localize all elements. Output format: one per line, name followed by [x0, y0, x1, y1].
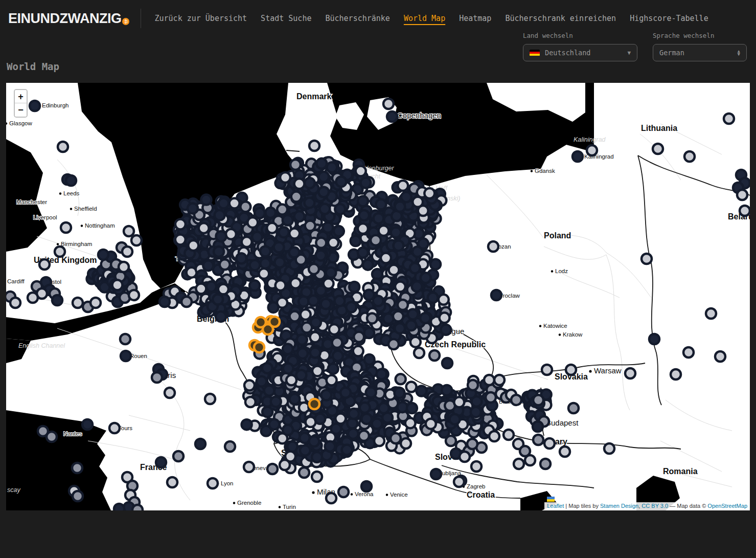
map-marker[interactable]	[214, 247, 224, 257]
map-marker[interactable]	[359, 431, 369, 441]
map-marker[interactable]	[374, 213, 384, 224]
map-marker[interactable]	[360, 403, 370, 413]
map-marker[interactable]	[277, 205, 287, 215]
map-marker[interactable]	[72, 463, 82, 473]
map-marker[interactable]	[395, 202, 405, 212]
map-marker[interactable]	[328, 238, 338, 248]
map-marker[interactable]	[740, 206, 750, 216]
map-marker[interactable]	[353, 346, 363, 356]
nav-item-einreichen[interactable]: Bücherschrank einreichen	[505, 14, 616, 23]
map-marker[interactable]	[216, 311, 226, 322]
map-marker[interactable]	[301, 309, 311, 320]
map-marker[interactable]	[305, 221, 315, 231]
zoom-in-button[interactable]: +	[15, 90, 27, 103]
map-marker[interactable]	[262, 407, 272, 417]
map-marker[interactable]	[418, 238, 428, 249]
map-marker[interactable]	[351, 236, 361, 246]
map-marker[interactable]	[297, 334, 307, 345]
map-marker[interactable]	[484, 375, 494, 385]
map-marker[interactable]	[291, 192, 302, 202]
map-marker[interactable]	[268, 302, 279, 313]
map-marker[interactable]	[420, 313, 430, 323]
map-marker[interactable]	[460, 452, 470, 462]
map-marker[interactable]	[109, 423, 120, 433]
orange-map-marker[interactable]	[269, 317, 280, 327]
map-marker[interactable]	[367, 313, 377, 323]
map-marker[interactable]	[349, 282, 359, 292]
map-marker[interactable]	[683, 347, 694, 358]
map-marker[interactable]	[587, 145, 597, 155]
language-select[interactable]: German ▲▼	[653, 44, 747, 61]
map-marker[interactable]	[312, 366, 323, 376]
map-marker[interactable]	[488, 241, 498, 252]
map-marker[interactable]	[329, 324, 339, 334]
logo[interactable]: EINUNDZWANZIG ₿	[8, 11, 129, 27]
map-marker[interactable]	[349, 409, 359, 419]
map-marker[interactable]	[208, 478, 218, 488]
map-marker[interactable]	[533, 435, 543, 445]
map-marker[interactable]	[395, 282, 405, 292]
map-marker[interactable]	[120, 334, 130, 344]
map-marker[interactable]	[260, 258, 270, 269]
map-marker[interactable]	[131, 235, 142, 245]
map-marker[interactable]	[560, 447, 570, 457]
map-marker[interactable]	[280, 172, 290, 183]
map-marker[interactable]	[213, 295, 223, 305]
map-marker[interactable]	[321, 299, 331, 309]
map-marker[interactable]	[486, 392, 496, 403]
map-marker[interactable]	[363, 260, 373, 270]
map-marker[interactable]	[309, 141, 319, 151]
map-marker[interactable]	[333, 351, 343, 361]
map-marker[interactable]	[417, 386, 427, 396]
map-marker[interactable]	[332, 338, 342, 348]
map-marker[interactable]	[421, 273, 431, 283]
map-marker[interactable]	[277, 433, 287, 443]
map-marker[interactable]	[244, 462, 254, 472]
map-marker[interactable]	[58, 142, 68, 152]
map-marker[interactable]	[426, 419, 436, 429]
map-marker[interactable]	[325, 441, 335, 452]
map-marker[interactable]	[356, 166, 366, 176]
map-marker[interactable]	[366, 387, 376, 397]
map-marker[interactable]	[371, 235, 381, 245]
map-marker[interactable]	[199, 223, 209, 233]
map-marker[interactable]	[205, 394, 215, 404]
map-marker[interactable]	[327, 375, 337, 386]
map-marker[interactable]	[359, 210, 369, 220]
map-marker[interactable]	[289, 229, 300, 239]
map-marker[interactable]	[39, 259, 50, 270]
map-marker[interactable]	[226, 229, 236, 239]
map-marker[interactable]	[119, 262, 129, 272]
orange-map-marker[interactable]	[256, 317, 266, 327]
map-marker[interactable]	[316, 285, 326, 296]
map-marker[interactable]	[389, 265, 399, 275]
map-marker[interactable]	[406, 382, 417, 392]
map-marker[interactable]	[114, 504, 124, 510]
map-marker[interactable]	[388, 339, 399, 349]
map-marker[interactable]	[542, 365, 552, 375]
map-marker[interactable]	[336, 176, 346, 187]
map-marker[interactable]	[471, 407, 481, 417]
map-marker[interactable]	[165, 388, 175, 398]
map-marker[interactable]	[335, 414, 346, 424]
map-marker[interactable]	[188, 240, 198, 251]
map-marker[interactable]	[410, 263, 420, 273]
map-marker[interactable]	[321, 390, 331, 400]
map-marker[interactable]	[249, 280, 260, 291]
map-marker[interactable]	[376, 199, 386, 210]
map-marker[interactable]	[319, 204, 330, 214]
map-marker[interactable]	[82, 419, 93, 430]
map-marker[interactable]	[300, 445, 310, 456]
map-marker[interactable]	[395, 388, 405, 398]
map-marker[interactable]	[181, 297, 192, 307]
map-marker[interactable]	[296, 370, 306, 380]
nav-item-highscore[interactable]: Highscore-Tabelle	[630, 14, 708, 23]
map-marker[interactable]	[396, 374, 406, 384]
map-marker[interactable]	[297, 348, 308, 359]
map-marker[interactable]	[737, 190, 747, 200]
map-marker[interactable]	[264, 386, 274, 396]
map-marker[interactable]	[242, 237, 252, 247]
map-marker[interactable]	[309, 436, 319, 447]
map-marker[interactable]	[156, 457, 166, 467]
map-marker[interactable]	[73, 491, 83, 501]
